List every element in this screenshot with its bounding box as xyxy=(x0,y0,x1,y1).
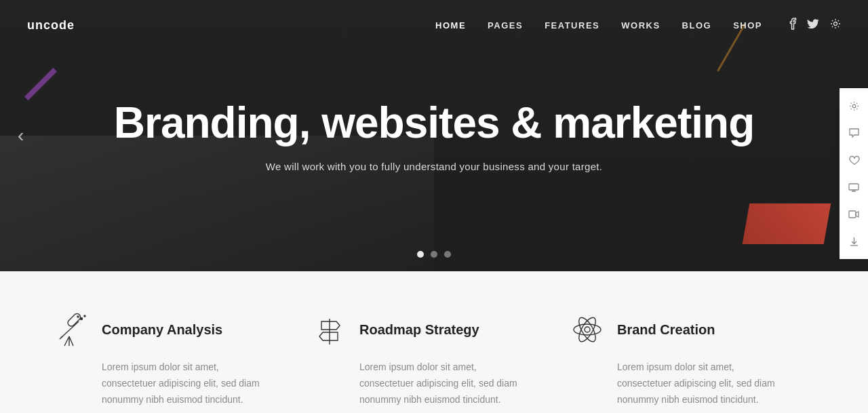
sidebar-comment-icon[interactable] xyxy=(840,121,868,145)
svg-rect-2 xyxy=(849,184,859,190)
feature-3-title: Brand Creation xyxy=(617,322,715,338)
feature-roadmap-strategy: Roadmap Strategy Lorem ipsum dolor sit a… xyxy=(312,312,556,408)
feature-company-analysis: Company Analysis Lorem ipsum dolor sit a… xyxy=(54,312,298,408)
feature-2-text: Lorem ipsum dolor sit amet, consectetuer… xyxy=(312,359,529,408)
feature-1-header: Company Analysis xyxy=(54,312,222,347)
svg-line-9 xyxy=(60,336,62,339)
nav-works[interactable]: WORKS xyxy=(621,20,660,31)
svg-point-11 xyxy=(84,315,85,317)
sidebar-gear-icon[interactable] xyxy=(840,94,868,118)
carousel-dots xyxy=(417,251,451,258)
nav-social-icons xyxy=(789,18,841,33)
feature-1-title: Company Analysis xyxy=(102,322,222,338)
features-section: Company Analysis Lorem ipsum dolor sit a… xyxy=(0,271,868,413)
svg-line-7 xyxy=(69,336,73,346)
telescope-icon xyxy=(54,312,90,347)
header: uncode HOME PAGES FEATURES WORKS BLOG SH… xyxy=(0,0,868,50)
dot-3[interactable] xyxy=(444,251,451,258)
hero-title: Branding, websites & marketing xyxy=(114,99,754,146)
hero-subtitle: We will work with you to fully understan… xyxy=(114,161,754,172)
sidebar-monitor-icon[interactable] xyxy=(840,175,868,199)
twitter-icon[interactable] xyxy=(807,19,819,32)
dot-2[interactable] xyxy=(431,251,437,258)
svg-line-4 xyxy=(61,321,79,338)
svg-point-1 xyxy=(852,104,856,108)
feature-brand-creation: Brand Creation Lorem ipsum dolor sit ame… xyxy=(570,312,814,408)
svg-point-15 xyxy=(574,324,601,335)
svg-line-6 xyxy=(64,336,69,346)
nav-shop[interactable]: SHOP xyxy=(733,20,762,31)
feature-3-header: Brand Creation xyxy=(570,312,715,347)
svg-point-10 xyxy=(81,318,83,320)
feature-1-text: Lorem ipsum dolor sit amet, consectetuer… xyxy=(54,359,271,408)
svg-point-12 xyxy=(77,316,79,317)
roadmap-icon xyxy=(312,312,347,347)
sidebar-heart-icon[interactable] xyxy=(840,148,868,172)
feature-2-title: Roadmap Strategy xyxy=(359,322,479,338)
sidebar-right xyxy=(840,88,868,259)
nav-pages[interactable]: PAGES xyxy=(488,20,523,31)
logo: uncode xyxy=(27,18,75,33)
sidebar-video-icon[interactable] xyxy=(840,202,868,227)
nav-features[interactable]: FEATURES xyxy=(545,20,599,31)
nav-home[interactable]: HOME xyxy=(435,20,466,31)
sidebar-download-icon[interactable] xyxy=(840,229,868,254)
feature-3-text: Lorem ipsum dolor sit amet, consectetuer… xyxy=(570,359,787,408)
atom-icon xyxy=(570,312,605,347)
dot-1[interactable] xyxy=(417,251,424,258)
svg-point-14 xyxy=(585,327,590,332)
main-nav: HOME PAGES FEATURES WORKS BLOG SHOP xyxy=(435,18,841,33)
svg-point-0 xyxy=(834,22,837,26)
nav-blog[interactable]: BLOG xyxy=(682,20,712,31)
settings-icon[interactable] xyxy=(830,18,841,32)
hero-content: Branding, websites & marketing We will w… xyxy=(114,99,754,172)
facebook-icon[interactable] xyxy=(789,18,796,33)
svg-rect-5 xyxy=(66,312,82,328)
svg-rect-3 xyxy=(849,211,856,218)
feature-2-header: Roadmap Strategy xyxy=(312,312,479,347)
prev-arrow[interactable]: ‹ xyxy=(11,118,31,153)
